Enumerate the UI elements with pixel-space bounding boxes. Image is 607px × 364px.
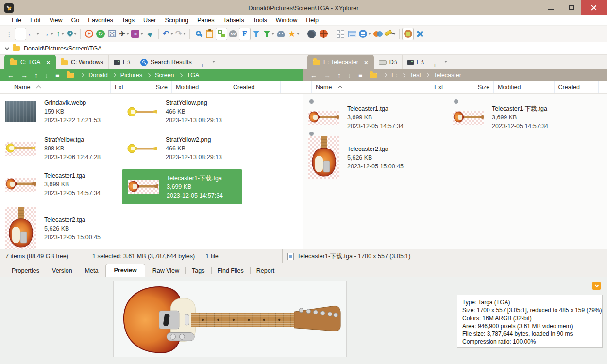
menu-file[interactable]: File	[7, 17, 26, 24]
new-tab-button[interactable]: +	[429, 61, 440, 69]
column-size[interactable]: Size	[452, 81, 494, 93]
filter-green-button[interactable]	[262, 28, 275, 40]
column-created[interactable]: Created	[555, 81, 599, 93]
undo-button[interactable]: ↶	[161, 28, 174, 40]
jump-button[interactable]: »	[130, 28, 144, 40]
search-button[interactable]	[192, 28, 204, 40]
file-info-button[interactable]: F	[239, 28, 251, 40]
breadcrumb-up-button[interactable]: ↑	[335, 71, 344, 79]
filter-blue-button[interactable]	[251, 28, 262, 40]
tab-list-button[interactable]	[208, 63, 218, 69]
menu-view[interactable]: View	[45, 17, 67, 24]
tab-close-icon[interactable]: ×	[46, 59, 50, 66]
tab-version[interactable]: Version	[46, 265, 79, 277]
close-button[interactable]	[581, 0, 607, 15]
toolbar-grip[interactable]: ⋮	[3, 28, 15, 40]
ghost-filter-button[interactable]	[275, 28, 287, 40]
dark-mode-button[interactable]	[306, 28, 318, 40]
tab-close-icon[interactable]: ×	[364, 59, 368, 66]
file-tile-telecaster2-tga[interactable]: Telecaster2.tga 5,626 KB 2023-12-05 15:0…	[4, 207, 101, 249]
menu-scripting[interactable]: Scripting	[160, 17, 193, 24]
tab-raw-view[interactable]: Raw View	[146, 265, 185, 277]
new-tab-button[interactable]: +	[197, 61, 208, 69]
size-info-button[interactable]: KG	[227, 28, 239, 40]
column-modified[interactable]: Modified	[172, 81, 229, 93]
tab-e-drive[interactable]: E:\	[109, 55, 135, 69]
badge-button[interactable]	[358, 28, 372, 40]
file-tile-grindavik[interactable]: Grindavik.webp 159 KB 2023-12-22 17:21:5…	[4, 99, 101, 125]
breadcrumb-item[interactable]: Pictures	[119, 72, 143, 79]
breadcrumb-back-button[interactable]: ←	[307, 71, 320, 79]
details-view-button[interactable]	[346, 28, 358, 40]
left-file-list[interactable]: Grindavik.webp 159 KB 2023-12-22 17:21:5…	[0, 94, 303, 249]
tab-preview[interactable]: Preview	[105, 264, 145, 277]
column-name[interactable]: Name	[10, 81, 111, 93]
column-ext[interactable]: Ext	[111, 81, 132, 93]
breadcrumb-item[interactable]: Test	[409, 72, 422, 79]
file-tile-telecaster1-download[interactable]: Telecaster1-下载.tga 3,699 KB 2023-12-05 1…	[452, 104, 548, 131]
tab-meta[interactable]: Meta	[79, 265, 105, 277]
column-ext[interactable]: Ext	[430, 81, 452, 93]
breadcrumb-item[interactable]: Donald	[87, 72, 109, 79]
file-tile-stratyellow-tga[interactable]: StratYellow.tga 898 KB 2023-12-06 12:47:…	[4, 135, 101, 162]
menu-go[interactable]: Go	[67, 17, 84, 24]
file-tile-telecaster2-tga[interactable]: Telecaster2.tga 5,626 KB 2023-12-05 15:0…	[307, 136, 404, 179]
menu-user[interactable]: User	[139, 17, 160, 24]
menu-tools[interactable]: Tools	[249, 17, 271, 24]
toolbar-menu-button[interactable]: ≡	[15, 28, 26, 40]
go-to-button[interactable]: ✈	[118, 28, 130, 40]
breadcrumb-forward-button[interactable]: →	[321, 71, 334, 79]
column-created[interactable]: Created	[229, 81, 281, 93]
breadcrumb-item[interactable]: E:	[390, 72, 398, 79]
breadcrumb-forward-button[interactable]: →	[18, 71, 31, 79]
layout-button[interactable]	[335, 28, 346, 40]
tools-button[interactable]	[414, 28, 425, 40]
color-filter-button[interactable]	[372, 28, 384, 40]
info-collapse-button[interactable]	[592, 282, 601, 290]
refresh-button[interactable]: ↻	[95, 28, 106, 40]
tab-properties[interactable]: Properties	[5, 265, 46, 277]
menu-tabsets[interactable]: Tabsets	[219, 17, 249, 24]
right-file-list[interactable]: Telecaster1.tga 3,699 KB 2023-12-05 14:5…	[304, 94, 607, 249]
tab-report[interactable]: Report	[250, 265, 281, 277]
address-bar[interactable]: Donald\Pictures\Screen\TGA	[0, 42, 607, 55]
navigate-button[interactable]: ▶	[144, 28, 156, 40]
tab-tags[interactable]: Tags	[185, 265, 211, 277]
hotlist-button[interactable]	[83, 28, 95, 40]
file-tile-stratyellow-png[interactable]: StratYellow.png 466 KB 2023-12-13 08:29:…	[126, 99, 222, 125]
column-size[interactable]: Size	[132, 81, 172, 93]
minimize-button[interactable]	[540, 0, 561, 15]
tab-find-files[interactable]: Find Files	[211, 265, 250, 277]
breadcrumb-item[interactable]: Telecaster	[433, 72, 462, 79]
file-tile-telecaster1-tga[interactable]: Telecaster1.tga 3,699 KB 2023-12-05 14:5…	[307, 104, 404, 131]
tab-search-results[interactable]: Search Results	[135, 55, 197, 69]
file-tile-telecaster1-download-selected[interactable]: Telecaster1-下载.tga 3,699 KB 2023-12-05 1…	[122, 169, 242, 204]
recent-locations-button[interactable]	[66, 28, 78, 40]
column-name[interactable]: Name	[312, 81, 430, 93]
tab-d-drive[interactable]: D:\	[374, 55, 403, 69]
column-modified[interactable]: Modified	[494, 81, 554, 93]
random-button[interactable]: ⚄	[106, 28, 118, 40]
up-button[interactable]: ↑	[54, 28, 66, 40]
address-path[interactable]: Donald\Pictures\Screen\TGA	[24, 45, 102, 52]
breadcrumb-menu-button[interactable]: ≡	[355, 71, 366, 79]
tab-c-tga[interactable]: C: TGA ×	[4, 55, 56, 69]
paint-roller-button[interactable]	[384, 28, 397, 40]
maximize-button[interactable]	[561, 0, 581, 15]
menu-window[interactable]: Window	[271, 17, 302, 24]
menu-tags[interactable]: Tags	[118, 17, 139, 24]
back-button[interactable]: ←	[26, 28, 40, 40]
breadcrumb-back-button[interactable]: ←	[4, 71, 17, 79]
tree-toggle-button[interactable]	[216, 28, 227, 40]
address-dropdown-icon[interactable]	[5, 45, 10, 50]
tab-list-button[interactable]	[440, 63, 450, 69]
breadcrumb-up-button[interactable]: ↑	[32, 71, 41, 79]
spot-color-button[interactable]	[318, 28, 329, 40]
highlights-button[interactable]: ★	[287, 28, 301, 40]
redo-button[interactable]: ↷	[174, 28, 187, 40]
menu-help[interactable]: Help	[302, 17, 323, 24]
format-button[interactable]	[402, 28, 414, 40]
forward-button[interactable]: →	[40, 28, 54, 40]
menu-panes[interactable]: Panes	[193, 17, 219, 24]
menu-edit[interactable]: Edit	[26, 17, 45, 24]
